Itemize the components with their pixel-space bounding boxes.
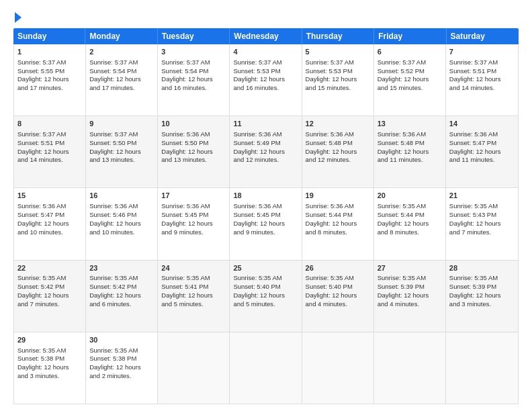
cell-line: Sunrise: 5:36 AM xyxy=(306,202,370,211)
cell-line: Daylight: 12 hours xyxy=(89,363,154,372)
day-number: 20 xyxy=(378,191,442,201)
calendar-header-row: SundayMondayTuesdayWednesdayThursdayFrid… xyxy=(13,28,519,44)
cal-cell-day-20: 20Sunrise: 5:35 AMSunset: 5:44 PMDayligh… xyxy=(374,188,446,259)
cell-line: Sunrise: 5:36 AM xyxy=(17,202,82,211)
cal-cell-day-6: 6Sunrise: 5:37 AMSunset: 5:52 PMDaylight… xyxy=(374,44,446,116)
day-number: 1 xyxy=(17,47,82,57)
cell-line: Daylight: 12 hours xyxy=(449,148,515,156)
cell-line: Sunset: 5:55 PM xyxy=(17,67,82,76)
cell-line: and 10 minutes. xyxy=(17,228,82,237)
cell-line: Sunset: 5:38 PM xyxy=(89,355,154,363)
cell-line: Sunrise: 5:37 AM xyxy=(89,58,154,67)
day-number: 18 xyxy=(233,191,298,201)
cell-line: Sunrise: 5:37 AM xyxy=(378,58,442,67)
cell-line: Sunrise: 5:37 AM xyxy=(89,130,154,139)
day-number: 23 xyxy=(89,263,154,273)
cal-cell-day-10: 10Sunrise: 5:36 AMSunset: 5:50 PMDayligh… xyxy=(158,116,230,187)
day-number: 25 xyxy=(233,263,298,273)
cell-line: Sunset: 5:49 PM xyxy=(233,139,298,148)
cal-cell-day-3: 3Sunrise: 5:37 AMSunset: 5:54 PMDaylight… xyxy=(158,44,230,116)
cal-cell-day-25: 25Sunrise: 5:35 AMSunset: 5:40 PMDayligh… xyxy=(230,261,302,332)
cell-line: and 4 minutes. xyxy=(378,300,442,309)
cell-line: Sunset: 5:50 PM xyxy=(89,139,154,148)
cal-cell-day-28: 28Sunrise: 5:35 AMSunset: 5:39 PMDayligh… xyxy=(446,261,518,332)
cell-line: Daylight: 12 hours xyxy=(17,75,82,84)
cal-cell-day-22: 22Sunrise: 5:35 AMSunset: 5:42 PMDayligh… xyxy=(14,261,86,332)
cell-line: Daylight: 12 hours xyxy=(17,148,82,156)
cal-cell-day-12: 12Sunrise: 5:36 AMSunset: 5:48 PMDayligh… xyxy=(302,116,374,187)
day-number: 12 xyxy=(306,119,370,129)
day-number: 24 xyxy=(161,263,226,273)
cell-line: Sunset: 5:46 PM xyxy=(89,211,154,220)
cell-line: Sunrise: 5:36 AM xyxy=(233,202,298,211)
cell-line: and 15 minutes. xyxy=(378,84,442,93)
cell-line: Sunset: 5:52 PM xyxy=(378,67,442,76)
cell-line: and 17 minutes. xyxy=(89,84,154,93)
cell-line: Daylight: 12 hours xyxy=(17,291,82,300)
cell-line: and 4 minutes. xyxy=(306,300,370,309)
cal-cell-day-11: 11Sunrise: 5:36 AMSunset: 5:49 PMDayligh… xyxy=(230,116,302,187)
cal-cell-day-18: 18Sunrise: 5:36 AMSunset: 5:45 PMDayligh… xyxy=(230,188,302,259)
cal-cell-day-23: 23Sunrise: 5:35 AMSunset: 5:42 PMDayligh… xyxy=(86,261,158,332)
cal-header-wednesday: Wednesday xyxy=(230,28,302,44)
cell-line: Daylight: 12 hours xyxy=(89,291,154,300)
cell-line: Daylight: 12 hours xyxy=(17,220,82,228)
cell-line: Sunrise: 5:37 AM xyxy=(17,58,82,67)
cell-line: and 16 minutes. xyxy=(233,84,298,93)
cell-line: Sunset: 5:40 PM xyxy=(233,283,298,291)
cell-line: and 11 minutes. xyxy=(449,156,515,165)
cell-line: Sunset: 5:42 PM xyxy=(89,283,154,291)
cal-cell-day-26: 26Sunrise: 5:35 AMSunset: 5:40 PMDayligh… xyxy=(302,261,374,332)
day-number: 3 xyxy=(161,47,226,57)
cell-line: Daylight: 12 hours xyxy=(233,291,298,300)
cell-line: Sunset: 5:48 PM xyxy=(378,139,442,148)
cell-line: and 7 minutes. xyxy=(449,228,515,237)
cal-header-sunday: Sunday xyxy=(13,28,85,44)
cell-line: Sunrise: 5:35 AM xyxy=(449,202,515,211)
day-number: 2 xyxy=(89,47,154,57)
cell-line: Sunset: 5:48 PM xyxy=(306,139,370,148)
day-number: 13 xyxy=(378,119,442,129)
cal-header-tuesday: Tuesday xyxy=(158,28,230,44)
cal-cell-day-1: 1Sunrise: 5:37 AMSunset: 5:55 PMDaylight… xyxy=(14,44,86,116)
cell-line: and 15 minutes. xyxy=(306,84,370,93)
cal-row-3: 22Sunrise: 5:35 AMSunset: 5:42 PMDayligh… xyxy=(14,261,518,332)
cell-line: Daylight: 12 hours xyxy=(233,148,298,156)
cell-line: Sunset: 5:42 PM xyxy=(17,283,82,291)
logo-arrow-icon xyxy=(15,12,21,23)
cell-line: Sunset: 5:44 PM xyxy=(306,211,370,220)
cal-cell-day-14: 14Sunrise: 5:36 AMSunset: 5:47 PMDayligh… xyxy=(446,116,518,187)
page: SundayMondayTuesdayWednesdayThursdayFrid… xyxy=(0,0,532,411)
cell-line: and 14 minutes. xyxy=(449,84,515,93)
header xyxy=(13,11,519,23)
cell-line: Sunrise: 5:36 AM xyxy=(233,130,298,139)
cell-line: Sunset: 5:47 PM xyxy=(449,139,515,148)
cal-cell-empty xyxy=(446,332,518,404)
cal-cell-day-19: 19Sunrise: 5:36 AMSunset: 5:44 PMDayligh… xyxy=(302,188,374,259)
cell-line: and 13 minutes. xyxy=(161,156,226,165)
day-number: 21 xyxy=(449,191,515,201)
cell-line: and 5 minutes. xyxy=(161,300,226,309)
cell-line: and 17 minutes. xyxy=(17,84,82,93)
cell-line: Sunrise: 5:37 AM xyxy=(449,58,515,67)
cell-line: Daylight: 12 hours xyxy=(378,148,442,156)
day-number: 30 xyxy=(89,335,154,345)
cell-line: Sunrise: 5:36 AM xyxy=(449,130,515,139)
cell-line: and 3 minutes. xyxy=(17,372,82,381)
cell-line: Daylight: 12 hours xyxy=(161,220,226,228)
cell-line: Daylight: 12 hours xyxy=(306,291,370,300)
cal-header-thursday: Thursday xyxy=(302,28,374,44)
cell-line: Sunrise: 5:35 AM xyxy=(233,274,298,283)
cell-line: Sunrise: 5:36 AM xyxy=(306,130,370,139)
day-number: 10 xyxy=(161,119,226,129)
cell-line: Daylight: 12 hours xyxy=(306,148,370,156)
day-number: 27 xyxy=(378,263,442,273)
cell-line: Sunset: 5:51 PM xyxy=(17,139,82,148)
cell-line: and 12 minutes. xyxy=(233,156,298,165)
cell-line: Sunset: 5:54 PM xyxy=(89,67,154,76)
cal-cell-day-16: 16Sunrise: 5:36 AMSunset: 5:46 PMDayligh… xyxy=(86,188,158,259)
cell-line: Sunrise: 5:35 AM xyxy=(89,347,154,355)
cell-line: Sunrise: 5:37 AM xyxy=(233,58,298,67)
cell-line: Daylight: 12 hours xyxy=(161,75,226,84)
cell-line: Sunset: 5:53 PM xyxy=(233,67,298,76)
